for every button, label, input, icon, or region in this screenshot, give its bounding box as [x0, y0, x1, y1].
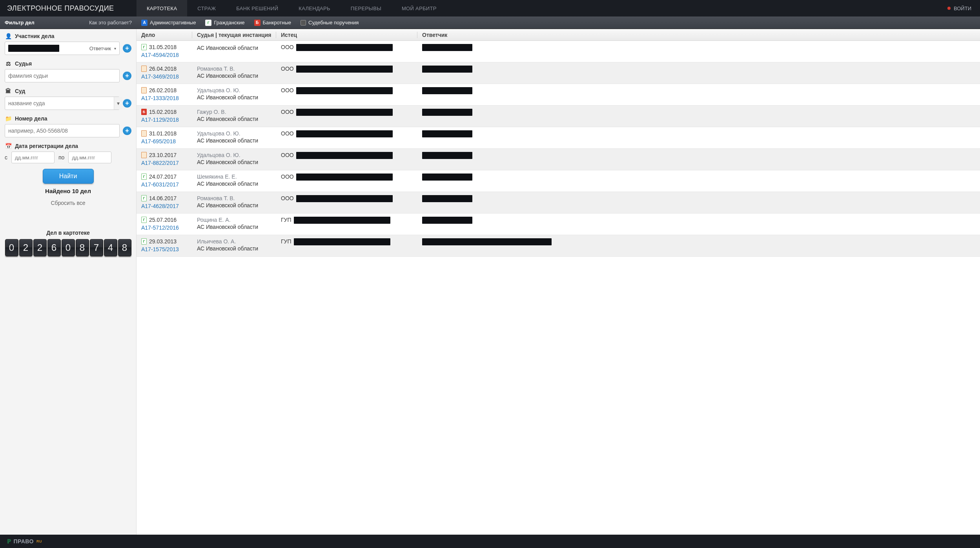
nav-tab[interactable]: МОЙ АРБИТР [392, 0, 447, 16]
table-row[interactable]: Б15.02.2018А17-1129/2018Гажур О. В.АС Ив… [137, 106, 980, 127]
table-row[interactable]: Г24.07.2017А17-6031/2017Шемякина Е. Е.АС… [137, 170, 980, 192]
sub-bar: Фильтр дел Как это работает? ААдминистра… [0, 16, 980, 29]
category-label: Гражданские [214, 20, 244, 26]
header-judge[interactable]: Судья | текущая инстанция [192, 32, 276, 38]
case-number-link[interactable]: А17-5712/2016 [141, 225, 192, 231]
doc-type-icon: Г [141, 195, 147, 201]
cell-plaintiff: ООО [276, 66, 417, 80]
case-number-link[interactable]: А17-6031/2017 [141, 181, 192, 188]
case-number-link[interactable]: А17-1575/2013 [141, 246, 192, 252]
cell-judge: АС Ивановской области [192, 44, 276, 58]
category-filters: ААдминистративныеГГражданскиеББанкротные… [137, 20, 980, 26]
table-row[interactable]: Г14.06.2017А17-4628/2017Романова Т. В.АС… [137, 192, 980, 214]
counter-digit: 0 [5, 239, 18, 256]
case-number-link[interactable]: А17-4594/2018 [141, 52, 192, 58]
doc-type-icon [141, 66, 147, 72]
cell-defendant [417, 130, 980, 144]
category-filter-assign[interactable]: Судебные поручения [301, 20, 359, 26]
filter-participant: Участник дела Ответчик ▾ + [5, 33, 131, 55]
category-filter-civ[interactable]: ГГражданские [205, 20, 244, 26]
calendar-icon [5, 143, 12, 149]
court-name: АС Ивановской области [197, 245, 276, 252]
defendant-name-redacted [422, 195, 472, 202]
casenum-input[interactable] [8, 128, 116, 134]
search-button[interactable]: Найти [43, 169, 94, 184]
cell-judge: Удальцова О. Ю.АС Ивановской области [192, 130, 276, 144]
filter-casenum: Номер дела + [5, 115, 131, 137]
defendant-name-redacted [422, 238, 552, 245]
header-case[interactable]: Дело [137, 32, 192, 38]
header-plaintiff[interactable]: Истец [276, 32, 417, 38]
plaintiff-prefix: ГУП [281, 238, 291, 245]
counter-title: Дел в картотеке [5, 230, 131, 236]
nav-tab[interactable]: КАРТОТЕКА [137, 0, 187, 16]
table-row[interactable]: Г25.07.2016А17-5712/2016Рощина Е. А.АС И… [137, 214, 980, 235]
table-row[interactable]: Г31.05.2018А17-4594/2018АС Ивановской об… [137, 41, 980, 62]
login-button[interactable]: ВОЙТИ [939, 0, 980, 16]
participant-label: Участник дела [15, 33, 55, 39]
court-input[interactable] [8, 100, 111, 106]
category-filter-adm[interactable]: ААдминистративные [141, 20, 196, 26]
cell-judge: Гажур О. В.АС Ивановской области [192, 109, 276, 123]
login-status-dot [947, 7, 951, 10]
cell-plaintiff: ООО [276, 87, 417, 101]
case-number-link[interactable]: А17-1129/2018 [141, 117, 192, 123]
chevron-down-icon: ▾ [114, 46, 116, 51]
cell-defendant [417, 152, 980, 166]
case-number-link[interactable]: А17-1333/2018 [141, 95, 192, 101]
judge-input-wrap[interactable] [5, 69, 120, 82]
cell-defendant [417, 217, 980, 231]
category-filter-bank[interactable]: ББанкротные [254, 20, 291, 26]
nav-tab[interactable]: СТРАЖ [187, 0, 226, 16]
counter-digit: 2 [33, 239, 47, 256]
court-name: АС Ивановской области [197, 202, 276, 208]
case-date: 26.04.2018 [149, 66, 177, 72]
table-row[interactable]: 26.02.2018А17-1333/2018Удальцова О. Ю.АС… [137, 84, 980, 106]
folder-icon [5, 115, 12, 122]
case-number-link[interactable]: А17-4628/2017 [141, 203, 192, 209]
cell-judge: Удальцова О. Ю.АС Ивановской области [192, 152, 276, 166]
plaintiff-name-redacted [296, 152, 393, 159]
nav-tab[interactable]: КАЛЕНДАРЬ [288, 0, 341, 16]
case-number-link[interactable]: А17-8822/2017 [141, 160, 192, 166]
add-judge-button[interactable]: + [123, 71, 131, 80]
court-name: АС Ивановской области [197, 116, 276, 122]
cell-case: 26.02.2018А17-1333/2018 [137, 87, 192, 101]
table-row[interactable]: 23.10.2017А17-8822/2017Удальцова О. Ю.АС… [137, 149, 980, 170]
participant-input[interactable]: Ответчик ▾ [5, 42, 120, 55]
add-casenum-button[interactable]: + [123, 126, 131, 135]
footer-suffix: RU [36, 539, 42, 543]
cell-judge: Ильичева О. А.АС Ивановской области [192, 238, 276, 252]
cell-defendant [417, 44, 980, 58]
filter-sidebar: Участник дела Ответчик ▾ + Судья + [0, 29, 137, 535]
plaintiff-name-redacted [296, 109, 393, 116]
table-row[interactable]: Г29.03.2013А17-1575/2013Ильичева О. А.АС… [137, 235, 980, 257]
plaintiff-prefix: ООО [281, 195, 294, 201]
judge-input[interactable] [8, 73, 116, 79]
table-row[interactable]: 26.04.2018А17-3469/2018Романова Т. В.АС … [137, 62, 980, 84]
nav-tab[interactable]: ПЕРЕРЫВЫ [341, 0, 392, 16]
header-defendant[interactable]: Ответчик [417, 32, 980, 38]
cell-defendant [417, 195, 980, 209]
case-number-link[interactable]: А17-3469/2018 [141, 73, 192, 80]
court-input-wrap[interactable]: ▾ [5, 97, 120, 110]
case-number-link[interactable]: А17-695/2018 [141, 138, 192, 144]
participant-role[interactable]: Ответчик [89, 46, 111, 51]
counter-digit: 2 [19, 239, 33, 256]
logo: ЭЛЕКТРОННОЕ ПРАВОСУДИЕ [0, 0, 137, 16]
date-to-input[interactable] [68, 152, 111, 163]
defendant-name-redacted [422, 174, 472, 181]
add-court-button[interactable]: + [123, 99, 131, 108]
add-participant-button[interactable]: + [123, 44, 131, 53]
category-badge-icon: Б [254, 20, 260, 26]
reset-filters-link[interactable]: Сбросить все [5, 200, 131, 206]
casenum-input-wrap[interactable] [5, 124, 120, 137]
court-dropdown-toggle[interactable]: ▾ [114, 97, 122, 110]
footer-logo[interactable]: ℙ ПРАВОRU [7, 538, 42, 544]
defendant-name-redacted [422, 44, 472, 51]
date-from-input[interactable] [11, 152, 55, 163]
help-link[interactable]: Как это работает? [89, 20, 132, 26]
nav-tab[interactable]: БАНК РЕШЕНИЙ [226, 0, 288, 16]
footer-brand: ПРАВО [14, 538, 34, 544]
table-row[interactable]: 31.01.2018А17-695/2018Удальцова О. Ю.АС … [137, 127, 980, 149]
